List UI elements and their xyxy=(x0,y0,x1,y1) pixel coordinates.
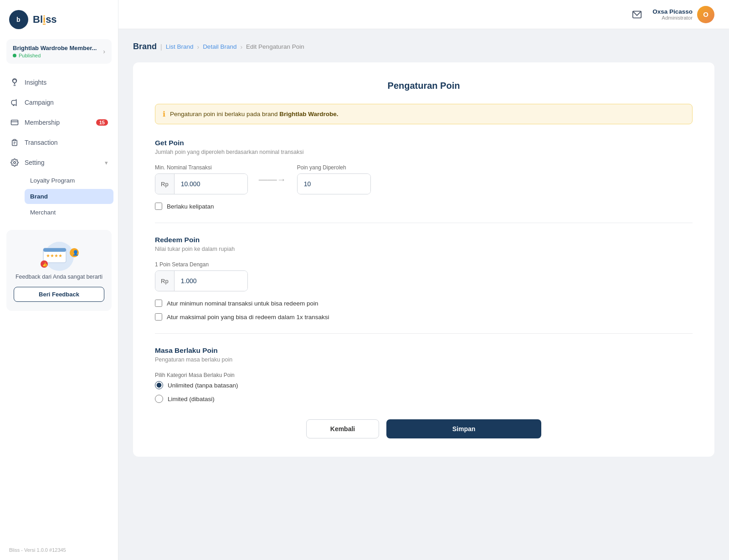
masa-berlaku-radio-group: Unlimited (tanpa batasan) Limited (dibat… xyxy=(155,381,693,403)
min-nominal-label: Min. Nominal Transaksi xyxy=(155,164,248,171)
workspace-name: Brightlab Wardrobe Member... xyxy=(13,45,97,51)
breadcrumb-section: Brand xyxy=(133,42,157,51)
svg-text:★★★★: ★★★★ xyxy=(46,253,62,258)
version-text: Bliss - Versi 1.0.0 #12345 xyxy=(0,543,118,560)
svg-rect-3 xyxy=(11,120,18,125)
sidebar: b Bliss Brightlab Wardrobe Member... Pub… xyxy=(0,0,118,560)
get-poin-subtitle: Jumlah poin yang diperoleh berdasarkan n… xyxy=(155,149,693,155)
svg-rect-11 xyxy=(43,248,66,252)
back-button[interactable]: Kembali xyxy=(306,419,379,438)
get-poin-title: Get Poin xyxy=(155,139,693,147)
max-poin-label[interactable]: Atur maksimal poin yang bisa di redeem d… xyxy=(167,314,329,321)
sidebar-item-label: Membership xyxy=(25,119,60,126)
breadcrumb: Brand | List Brand › Detail Brand › Edit… xyxy=(133,42,714,51)
workspace-card[interactable]: Brightlab Wardrobe Member... Published › xyxy=(6,39,112,64)
avatar: O xyxy=(697,6,714,23)
section-divider-2 xyxy=(155,333,693,334)
mail-button[interactable] xyxy=(629,6,645,23)
logo-icon: b xyxy=(9,10,28,29)
user-role: Administrator xyxy=(652,15,693,20)
min-nominal-input[interactable] xyxy=(175,174,247,194)
feedback-illustration: ★★★★ 👤 👍 xyxy=(34,239,84,271)
sidebar-item-setting[interactable]: Setting ▾ xyxy=(5,153,113,172)
sidebar-item-loyalty-program[interactable]: Loyalty Program xyxy=(25,173,113,188)
workspace-status: Published xyxy=(13,53,97,58)
arrow-right-icon: ——→ xyxy=(259,174,286,185)
sidebar-item-brand[interactable]: Brand xyxy=(25,189,113,204)
sidebar-item-label: Setting xyxy=(25,159,45,166)
svg-text:b: b xyxy=(16,16,21,23)
redeem-poin-subtitle: Nilai tukar poin ke dalam rupiah xyxy=(155,246,693,252)
sidebar-item-label: Insights xyxy=(25,79,46,86)
svg-rect-5 xyxy=(14,139,16,141)
unlimited-radio-row: Unlimited (tanpa batasan) xyxy=(155,381,693,389)
sidebar-item-transaction[interactable]: Transaction xyxy=(5,133,113,152)
min-nominal-group: Min. Nominal Transaksi Rp xyxy=(155,164,248,194)
form-actions: Kembali Simpan xyxy=(155,419,693,438)
breadcrumb-current: Edit Pengaturan Poin xyxy=(246,43,304,50)
berlaku-kelipatan-row: Berlaku kelipatan xyxy=(155,203,693,210)
form-title: Pengaturan Poin xyxy=(155,81,693,91)
poin-diperoleh-group: Poin yang Diperoleh xyxy=(297,164,371,194)
poin-setara-input-wrap: Rp xyxy=(155,270,248,291)
card-icon xyxy=(10,118,19,127)
section-divider-1 xyxy=(155,223,693,223)
info-icon: ℹ xyxy=(163,110,165,118)
berlaku-kelipatan-checkbox[interactable] xyxy=(155,203,162,210)
info-banner: ℹ Pengaturan poin ini berlaku pada brand… xyxy=(155,104,693,124)
masa-berlaku-subtitle: Pengaturan masa berlaku poin xyxy=(155,356,693,363)
poin-diperoleh-input[interactable] xyxy=(298,174,370,194)
max-poin-checkbox[interactable] xyxy=(155,313,162,321)
info-banner-text: Pengaturan poin ini berlaku pada brand B… xyxy=(170,111,338,117)
workspace-arrow-icon: › xyxy=(103,48,105,55)
setting-subnav: Loyalty Program Brand Merchant xyxy=(5,173,113,220)
brand-name-highlight: Brightlab Wardrobe. xyxy=(279,111,338,117)
unlimited-radio[interactable] xyxy=(155,381,163,389)
feedback-widget: ★★★★ 👤 👍 Feedback dari Anda sangat berar… xyxy=(6,230,112,311)
min-transaksi-checkbox-row: Atur minimun nominal transaksi untuk bis… xyxy=(155,300,693,307)
feedback-button[interactable]: Beri Feedback xyxy=(14,287,104,302)
save-button[interactable]: Simpan xyxy=(386,419,541,438)
limited-label[interactable]: Limited (dibatasi) xyxy=(168,396,215,402)
masa-berlaku-section: Masa Berlaku Poin Pengaturan masa berlak… xyxy=(155,346,693,403)
masa-berlaku-title: Masa Berlaku Poin xyxy=(155,346,693,355)
min-transaksi-checkbox[interactable] xyxy=(155,300,162,307)
berlaku-kelipatan-label[interactable]: Berlaku kelipatan xyxy=(167,203,214,210)
breadcrumb-list-brand[interactable]: List Brand xyxy=(166,43,194,50)
kategori-label: Pilih Kategori Masa Berlaku Poin xyxy=(155,372,693,378)
sidebar-item-campaign[interactable]: Campaign xyxy=(5,93,113,112)
svg-point-8 xyxy=(14,162,16,164)
sidebar-item-label: Transaction xyxy=(25,139,58,146)
svg-text:👍: 👍 xyxy=(42,262,48,267)
sidebar-item-membership[interactable]: Membership 15 xyxy=(5,113,113,132)
form-card: Pengaturan Poin ℹ Pengaturan poin ini be… xyxy=(133,62,714,457)
sidebar-item-insights[interactable]: Insights xyxy=(5,73,113,92)
main-area: Oxsa Picasso Administrator O Brand | Lis… xyxy=(118,0,729,560)
content-area: Brand | List Brand › Detail Brand › Edit… xyxy=(118,29,729,560)
gear-icon xyxy=(10,158,19,167)
poin-setara-label: 1 Poin Setara Dengan xyxy=(155,261,693,268)
feedback-text: Feedback dari Anda sangat berarti xyxy=(14,273,104,281)
min-transaksi-label[interactable]: Atur minimun nominal transaksi untuk bis… xyxy=(167,300,318,307)
limited-radio-row: Limited (dibatasi) xyxy=(155,395,693,403)
nav-section: Insights Campaign Membership 15 Transact… xyxy=(0,71,118,223)
logo: b Bliss xyxy=(0,0,118,39)
redeem-poin-section: Redeem Poin Nilai tukar poin ke dalam ru… xyxy=(155,236,693,321)
sidebar-item-label: Campaign xyxy=(25,99,54,106)
receipt-icon xyxy=(10,138,19,147)
limited-radio[interactable] xyxy=(155,395,163,403)
svg-text:👤: 👤 xyxy=(72,249,79,256)
sidebar-item-merchant[interactable]: Merchant xyxy=(25,205,113,220)
poin-setara-input[interactable] xyxy=(175,271,247,291)
membership-badge: 15 xyxy=(96,119,108,126)
poin-setara-group: 1 Poin Setara Dengan Rp xyxy=(155,261,693,291)
breadcrumb-detail-brand[interactable]: Detail Brand xyxy=(203,43,236,50)
unlimited-label[interactable]: Unlimited (tanpa batasan) xyxy=(168,382,238,389)
user-menu[interactable]: Oxsa Picasso Administrator O xyxy=(652,6,714,23)
chevron-down-icon: ▾ xyxy=(105,159,108,166)
poin-diperoleh-label: Poin yang Diperoleh xyxy=(297,164,371,171)
get-poin-row: Min. Nominal Transaksi Rp ——→ Poin yang … xyxy=(155,164,693,194)
megaphone-icon xyxy=(10,98,19,107)
logo-text: Bliss xyxy=(33,14,57,25)
max-poin-checkbox-row: Atur maksimal poin yang bisa di redeem d… xyxy=(155,313,693,321)
